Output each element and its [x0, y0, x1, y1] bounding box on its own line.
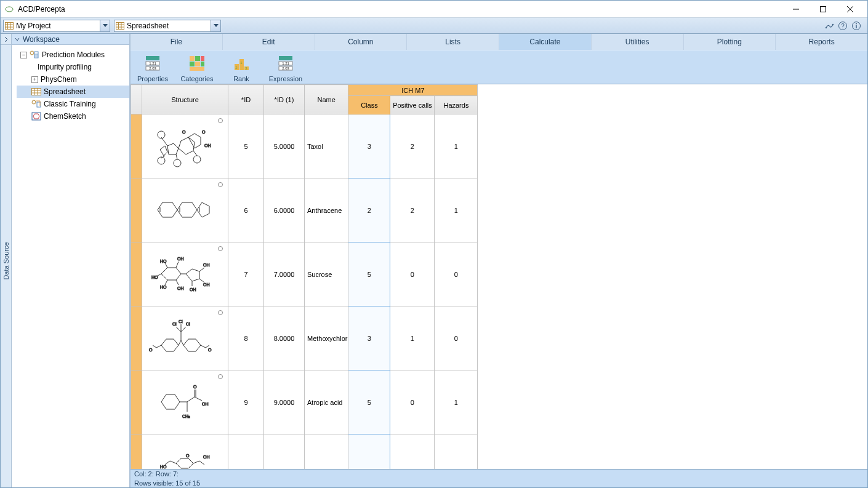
structure-cell[interactable]: ClClClOO: [142, 306, 228, 370]
view-combo[interactable]: Spreadsheet: [114, 20, 221, 32]
structure-cell[interactable]: [142, 178, 228, 242]
col-structure[interactable]: Structure: [142, 85, 228, 114]
tree-node-classic-training[interactable]: Classic Training: [17, 98, 129, 110]
structure-cell[interactable]: HOOHO: [142, 434, 228, 470]
cell-name[interactable]: Taxol: [305, 114, 348, 178]
col-id[interactable]: *ID: [228, 85, 264, 114]
cell-positive[interactable]: 1: [390, 306, 435, 370]
structure-cell[interactable]: HOHOOHHOOHOHOHOH: [142, 242, 228, 306]
cell-positive[interactable]: 0: [390, 370, 435, 434]
cell-name[interactable]: Methoxychlor: [305, 306, 348, 370]
tab-lists[interactable]: Lists: [407, 34, 499, 50]
cell-id[interactable]: 9: [228, 370, 264, 434]
table-row[interactable]: CH₂OOH 9 9.0000 Atropic acid 5 0 1: [131, 370, 478, 434]
cell-id1[interactable]: 9.0000: [264, 370, 305, 434]
svg-rect-4: [6, 22, 14, 29]
tree-collapse-icon[interactable]: −: [20, 52, 27, 58]
tree-node-prediction-modules[interactable]: − Prediction Modules: [17, 49, 129, 61]
tab-plotting[interactable]: Plotting: [684, 34, 776, 50]
cell-id[interactable]: 8: [228, 306, 264, 370]
structure-marker-icon: [218, 118, 223, 123]
cell-class[interactable]: 2: [348, 178, 390, 242]
ribbon-rank[interactable]: 213 Rank: [224, 53, 259, 82]
data-source-toggle[interactable]: [1, 34, 11, 45]
row-header[interactable]: [131, 434, 142, 470]
tree-node-chemsketch[interactable]: ChemSketch: [17, 110, 129, 122]
cell-positive[interactable]: 2: [390, 178, 435, 242]
cell-hazards[interactable]: 0: [435, 242, 478, 306]
cell-positive[interactable]: 0: [390, 242, 435, 306]
workspace-header[interactable]: Workspace: [12, 34, 129, 45]
structure-taxol: OOOH: [143, 119, 217, 173]
cell-positive[interactable]: 2: [390, 114, 435, 178]
cell-name[interactable]: Atropic acid: [305, 370, 348, 434]
cell-name[interactable]: Sucrose: [305, 242, 348, 306]
cell-id[interactable]: 6: [228, 178, 264, 242]
tree-node-impurity[interactable]: Impurity profiling: [17, 61, 129, 73]
col-name[interactable]: Name: [305, 85, 348, 114]
view-dropdown-icon[interactable]: [211, 20, 220, 31]
cell-class[interactable]: 3: [348, 114, 390, 178]
svg-text:O: O: [182, 130, 186, 134]
project-combo[interactable]: My Project: [3, 20, 110, 32]
structure-sucrose: HOHOOHHOOHOHOHOH: [143, 247, 217, 301]
structure-cell[interactable]: OOOH: [142, 114, 228, 178]
table-row[interactable]: HOOHO: [131, 434, 478, 470]
main-toolbar: My Project Spreadsheet ?: [1, 18, 867, 34]
help-icon[interactable]: ?: [838, 21, 848, 31]
cell-id1[interactable]: 5.0000: [264, 114, 305, 178]
ribbon-expression[interactable]: 1.212.03 Expression: [268, 53, 303, 82]
data-source-panel[interactable]: Data Source: [1, 34, 12, 487]
col-id1[interactable]: *ID (1): [264, 85, 305, 114]
project-dropdown-icon[interactable]: [100, 20, 110, 31]
tab-utilities[interactable]: Utilities: [592, 34, 684, 50]
table-row[interactable]: ClClClOO 8 8.0000 Methoxychlor 3 1 0: [131, 306, 478, 370]
close-button[interactable]: [837, 1, 864, 18]
table-row[interactable]: HOHOOHHOOHOHOHOH 7 7.0000 Sucrose 5 0 0: [131, 242, 478, 306]
row-header[interactable]: [131, 306, 142, 370]
col-hazards[interactable]: Hazards: [435, 96, 478, 114]
info-icon[interactable]: [851, 21, 861, 31]
table-row[interactable]: 6 6.0000 Anthracene 2 2 1: [131, 178, 478, 242]
tab-calculate[interactable]: Calculate: [499, 34, 592, 50]
structure-marker-icon: [218, 182, 223, 187]
cell-hazards[interactable]: 1: [435, 178, 478, 242]
tab-file[interactable]: File: [131, 34, 223, 50]
col-group-ichm7[interactable]: ICH M7: [348, 85, 478, 96]
row-header[interactable]: [131, 178, 142, 242]
settings-icon[interactable]: [824, 21, 834, 31]
tab-column[interactable]: Column: [315, 34, 408, 50]
tree-node-spreadsheet[interactable]: Spreadsheet: [17, 86, 129, 98]
cell-hazards[interactable]: 0: [435, 306, 478, 370]
minimize-button[interactable]: [782, 1, 810, 18]
cell-class[interactable]: 3: [348, 306, 390, 370]
row-header[interactable]: [131, 114, 142, 178]
col-positive[interactable]: Positive calls: [390, 96, 435, 114]
row-header[interactable]: [131, 242, 142, 306]
svg-rect-47: [190, 67, 204, 71]
ribbon-properties[interactable]: 1.212.03 Properties: [135, 53, 170, 82]
structure-methoxychlor: ClClClOO: [143, 311, 217, 365]
cell-id1[interactable]: 7.0000: [264, 242, 305, 306]
ribbon-categories[interactable]: Categories: [180, 53, 214, 82]
maximize-button[interactable]: [810, 1, 837, 18]
spreadsheet-grid[interactable]: Structure *ID *ID (1) Name ICH M7 Class …: [131, 84, 867, 469]
cell-id1[interactable]: 6.0000: [264, 178, 305, 242]
structure-cell[interactable]: CH₂OOH: [142, 370, 228, 434]
tree-expand-icon[interactable]: +: [31, 76, 38, 83]
cell-class[interactable]: 5: [348, 242, 390, 306]
tab-reports[interactable]: Reports: [776, 34, 867, 50]
cell-hazards[interactable]: 1: [435, 370, 478, 434]
table-row[interactable]: OOOH 5 5.0000 Taxol 3 2 1: [131, 114, 478, 178]
cell-id1[interactable]: 8.0000: [264, 306, 305, 370]
cell-hazards[interactable]: 1: [435, 114, 478, 178]
cell-id[interactable]: 5: [228, 114, 264, 178]
cell-class[interactable]: 5: [348, 370, 390, 434]
col-class[interactable]: Class: [348, 96, 390, 114]
tab-edit[interactable]: Edit: [223, 34, 315, 50]
cell-name[interactable]: Anthracene: [305, 178, 348, 242]
row-header[interactable]: [131, 370, 142, 434]
status-line1: Col: 2: Row: 7:: [134, 470, 864, 479]
cell-id[interactable]: 7: [228, 242, 264, 306]
tree-node-physchem[interactable]: + PhysChem: [17, 73, 129, 86]
